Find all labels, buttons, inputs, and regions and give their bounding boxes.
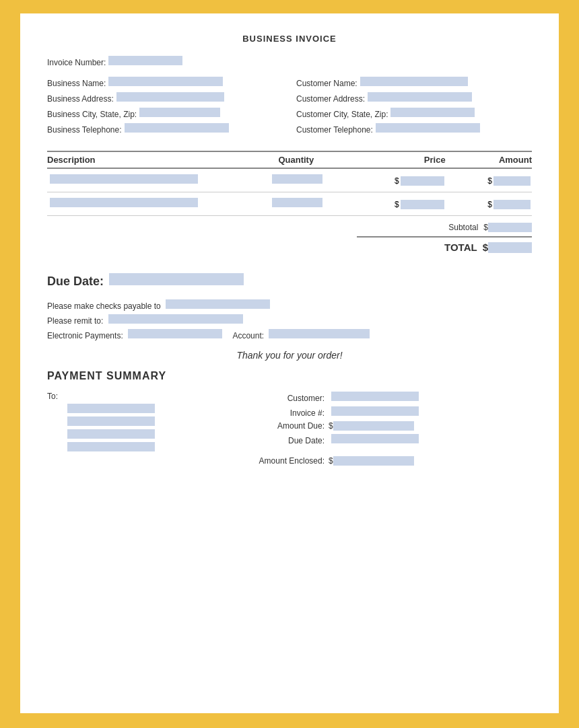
- row1-amount-input[interactable]: [493, 176, 531, 186]
- customer-phone-label: Customer Telephone:: [296, 125, 373, 135]
- ps-customer-label: Customer:: [257, 394, 325, 403]
- business-name-label: Business Name:: [47, 79, 106, 88]
- business-phone-input[interactable]: [125, 123, 229, 133]
- row2-price: $: [346, 198, 452, 210]
- customer-phone-row: Customer Telephone:: [296, 123, 532, 135]
- due-date-label: Due Date:: [47, 275, 104, 289]
- ps-customer-input[interactable]: [331, 392, 419, 401]
- row2-qty: [246, 198, 346, 210]
- dollar-sign-ps-enclosed: $: [329, 456, 333, 466]
- ps-amount-enclosed-input[interactable]: [333, 456, 414, 466]
- row1-desc-input[interactable]: [50, 174, 198, 184]
- subtotal-row: Subtotal $: [357, 223, 532, 232]
- business-city-label: Business City, State, Zip:: [47, 110, 137, 119]
- totals-section: Subtotal $ TOTAL $: [47, 223, 532, 253]
- row2-amount: $: [452, 198, 532, 210]
- customer-address-row: Customer Address:: [296, 92, 532, 104]
- payment-summary-right: Customer: Invoice #: Amount Due: $ Due D…: [257, 392, 532, 466]
- checks-payable-row: Please make checks payable to: [47, 299, 532, 311]
- business-address-input[interactable]: [116, 92, 224, 102]
- remit-to-row: Please remit to:: [47, 314, 532, 326]
- row2-price-input[interactable]: [401, 200, 444, 209]
- dollar-sign-1: $: [395, 176, 399, 186]
- ps-address-line2[interactable]: [67, 416, 155, 426]
- ps-due-date-row: Due Date:: [257, 434, 532, 445]
- due-date-section: Due Date: Please make checks payable to …: [47, 273, 532, 340]
- ps-invoice-row: Invoice #:: [257, 406, 532, 418]
- table-row: $ $: [47, 192, 532, 216]
- ps-due-date-input[interactable]: [331, 434, 419, 443]
- business-name-input[interactable]: [108, 77, 223, 86]
- business-col: Business Name: Business Address: Busines…: [47, 77, 283, 139]
- customer-name-row: Customer Name:: [296, 77, 532, 88]
- ps-amount-due-input[interactable]: [333, 421, 414, 431]
- electronic-label: Electronic Payments:: [47, 331, 123, 340]
- row2-desc-input[interactable]: [50, 198, 198, 207]
- payment-summary-body: To: Customer: Invoice #:: [47, 392, 532, 466]
- dollar-sign-subtotal: $: [483, 223, 488, 232]
- business-address-row: Business Address:: [47, 92, 283, 104]
- page-title: BUSINESS INVOICE: [47, 34, 532, 44]
- table-row: $ $: [47, 169, 532, 192]
- row1-desc: [47, 174, 246, 186]
- dollar-sign-ps-due: $: [329, 421, 333, 431]
- checks-input[interactable]: [166, 299, 270, 309]
- due-date-row: Due Date:: [47, 273, 532, 289]
- payment-summary-left: To:: [47, 392, 230, 466]
- subtotal-input[interactable]: [488, 223, 532, 232]
- row1-price-input[interactable]: [401, 176, 444, 186]
- header-description: Description: [47, 155, 246, 165]
- account-input[interactable]: [269, 329, 370, 338]
- ps-address-line4[interactable]: [67, 442, 155, 451]
- customer-col: Customer Name: Customer Address: Custome…: [283, 77, 532, 139]
- business-address-label: Business Address:: [47, 94, 114, 104]
- business-city-input[interactable]: [139, 108, 220, 117]
- total-input[interactable]: [488, 242, 532, 253]
- electronic-input[interactable]: [128, 329, 222, 338]
- invoice-number-row: Invoice Number:: [47, 56, 532, 67]
- customer-address-input[interactable]: [368, 92, 472, 102]
- account-label: Account:: [232, 331, 264, 340]
- subtotal-label: Subtotal: [357, 223, 483, 232]
- header-quantity: Quantity: [246, 155, 346, 165]
- row2-amount-input[interactable]: [493, 200, 531, 209]
- ps-amount-due-label: Amount Due:: [257, 421, 325, 431]
- due-date-input[interactable]: [109, 273, 244, 285]
- row1-price: $: [346, 174, 452, 186]
- row1-qty-input[interactable]: [272, 174, 322, 184]
- ps-amount-enclosed-row: Amount Enclosed: $: [257, 456, 532, 466]
- remit-input[interactable]: [108, 314, 243, 324]
- ps-invoice-input[interactable]: [331, 406, 419, 416]
- dollar-sign-total: $: [483, 242, 488, 253]
- thank-you-text: Thank you for your order!: [47, 350, 532, 361]
- ps-customer-row: Customer:: [257, 392, 532, 403]
- dollar-sign-4: $: [487, 200, 492, 209]
- ps-amount-due-row: Amount Due: $: [257, 421, 532, 431]
- remit-label: Please remit to:: [47, 316, 103, 326]
- electronic-row: Electronic Payments: Account:: [47, 329, 532, 340]
- row1-qty: [246, 174, 346, 186]
- ps-address-line1[interactable]: [67, 404, 155, 413]
- invoice-table: Description Quantity Price Amount $ $: [47, 151, 532, 216]
- customer-name-input[interactable]: [360, 77, 468, 86]
- checks-label: Please make checks payable to: [47, 301, 161, 311]
- row1-amount: $: [452, 174, 532, 186]
- business-phone-label: Business Telephone:: [47, 125, 122, 135]
- ps-amount-enclosed-label: Amount Enclosed:: [257, 456, 325, 466]
- payment-summary-title: PAYMENT SUMMARY: [47, 370, 532, 382]
- customer-city-input[interactable]: [390, 108, 475, 117]
- customer-name-label: Customer Name:: [296, 79, 357, 88]
- customer-address-label: Customer Address:: [296, 94, 365, 104]
- row2-qty-input[interactable]: [272, 198, 322, 207]
- ps-to-label: To:: [47, 392, 230, 401]
- business-customer-section: Business Name: Business Address: Busines…: [47, 77, 532, 139]
- business-city-row: Business City, State, Zip:: [47, 108, 283, 119]
- customer-phone-input[interactable]: [376, 123, 480, 133]
- customer-city-row: Customer City, State, Zip:: [296, 108, 532, 119]
- ps-invoice-label: Invoice #:: [257, 408, 325, 418]
- invoice-number-input[interactable]: [108, 56, 182, 65]
- header-amount: Amount: [452, 155, 532, 165]
- dollar-sign-3: $: [395, 200, 399, 209]
- ps-address-line3[interactable]: [67, 429, 155, 439]
- payment-summary-section: PAYMENT SUMMARY To: Customer:: [47, 370, 532, 466]
